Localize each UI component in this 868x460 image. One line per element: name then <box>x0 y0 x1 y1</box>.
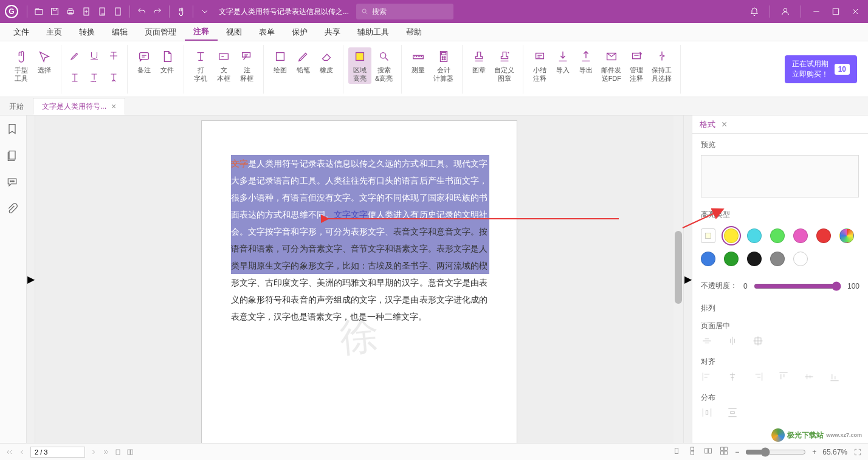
caret-icon[interactable] <box>105 69 122 86</box>
fullscreen-icon[interactable] <box>853 448 862 456</box>
highlight-icon[interactable] <box>66 47 83 64</box>
pencil-button[interactable]: 铅笔 <box>292 47 315 75</box>
color-white[interactable] <box>793 252 808 266</box>
last-page-icon[interactable] <box>102 448 109 456</box>
maximize-icon[interactable] <box>828 4 844 19</box>
zoom-slider[interactable] <box>745 447 806 457</box>
search-highlight-button[interactable]: 搜索&高亮 <box>371 47 396 84</box>
view-facing-cont-icon[interactable] <box>719 446 729 458</box>
canvas[interactable]: 文字是人类用符号记录表达信息以传之久远的方式和工具。现代文字大多是记录语言的工具… <box>35 115 683 443</box>
vertical-scrollbar[interactable] <box>673 115 683 443</box>
view-single-icon[interactable] <box>672 446 681 458</box>
color-cyan[interactable] <box>747 228 762 243</box>
note-button[interactable]: 备注 <box>133 47 156 75</box>
distribute-h-icon[interactable] <box>701 407 715 421</box>
callout-button[interactable]: 注释框 <box>235 47 258 84</box>
new-doc-icon[interactable] <box>78 4 94 19</box>
print-icon[interactable] <box>63 4 78 19</box>
strikethrough-t-icon[interactable] <box>105 47 122 64</box>
blank-page-icon[interactable] <box>110 4 126 19</box>
color-black[interactable] <box>747 252 762 266</box>
custom-color-icon[interactable] <box>701 228 715 243</box>
file-button[interactable]: 文件 <box>156 47 179 75</box>
menu-保护[interactable]: 保护 <box>283 23 316 41</box>
color-multi[interactable] <box>839 228 854 243</box>
select-button[interactable]: 选择 <box>33 47 56 75</box>
panel-close-icon[interactable]: × <box>722 119 727 130</box>
squiggly-icon[interactable] <box>86 69 103 86</box>
new-page-icon[interactable] <box>94 4 110 19</box>
first-page-icon[interactable] <box>6 448 13 456</box>
underline-icon[interactable] <box>86 47 103 64</box>
user-icon[interactable] <box>777 4 793 19</box>
custom-stamp-button[interactable]: 自定义图章 <box>491 47 518 84</box>
center-both-icon[interactable] <box>752 335 766 349</box>
align-center-h-icon[interactable] <box>726 371 741 385</box>
page-thumb2-icon[interactable] <box>126 448 134 456</box>
color-green[interactable] <box>770 228 785 243</box>
scroll-thumb[interactable] <box>675 231 682 304</box>
color-gray[interactable] <box>770 252 785 266</box>
right-expand-toggle[interactable]: ▶ <box>683 115 692 443</box>
left-expand-toggle[interactable]: ▶ <box>27 115 35 443</box>
menu-转换[interactable]: 转换 <box>71 23 103 41</box>
summary-button[interactable]: 小结注释 <box>528 47 551 84</box>
page-input[interactable] <box>30 447 85 458</box>
area-highlight-button[interactable]: 区域高亮 <box>348 47 371 84</box>
keep-tool-button[interactable]: 保持工具选择 <box>648 47 675 84</box>
email-fdf-button[interactable]: 邮件发送FDF <box>598 47 625 84</box>
menu-共享[interactable]: 共享 <box>316 23 349 41</box>
color-darkgreen[interactable] <box>724 252 739 266</box>
menu-编辑[interactable]: 编辑 <box>103 23 136 41</box>
distribute-v-icon[interactable] <box>726 407 741 421</box>
close-icon[interactable] <box>847 4 863 19</box>
dropdown-icon[interactable] <box>197 4 213 19</box>
comments-icon[interactable] <box>6 176 21 191</box>
save-icon[interactable] <box>47 4 63 19</box>
view-facing-icon[interactable] <box>703 446 713 458</box>
hand-tool-icon[interactable] <box>173 4 189 19</box>
measure-button[interactable]: 测量 <box>407 47 430 75</box>
tab-close-icon[interactable]: × <box>111 101 116 111</box>
stamp-button[interactable]: 图章 <box>467 47 491 75</box>
view-continuous-icon[interactable] <box>687 446 697 458</box>
color-blue[interactable] <box>701 252 715 266</box>
hand-tool-button[interactable]: 手型工具 <box>10 47 33 84</box>
tab-start[interactable]: 开始 <box>0 98 33 115</box>
bell-icon[interactable] <box>746 4 762 19</box>
color-red[interactable] <box>816 228 831 243</box>
trial-badge[interactable]: 正在试用期 立即购买！ 10 <box>785 55 857 83</box>
menu-帮助[interactable]: 帮助 <box>398 23 430 41</box>
menu-注释[interactable]: 注释 <box>185 23 218 41</box>
menu-页面管理[interactable]: 页面管理 <box>136 23 185 41</box>
search-input[interactable] <box>372 7 449 16</box>
color-magenta[interactable] <box>793 228 808 243</box>
tab-document[interactable]: 文字是人类用符号...× <box>33 98 125 115</box>
draw-button[interactable]: 绘图 <box>269 47 292 75</box>
typewriter-button[interactable]: 打字机 <box>189 47 212 84</box>
calculator-button[interactable]: 会计计算器 <box>430 47 457 84</box>
undo-icon[interactable] <box>134 4 150 19</box>
redo-icon[interactable] <box>150 4 165 19</box>
eraser-button[interactable]: 橡皮 <box>315 47 338 75</box>
import-button[interactable]: 导入 <box>551 47 574 75</box>
zoom-in-icon[interactable]: + <box>812 448 816 456</box>
menu-文件[interactable]: 文件 <box>5 23 38 41</box>
align-middle-icon[interactable] <box>803 371 818 385</box>
opacity-slider[interactable] <box>754 281 841 291</box>
textbox-button[interactable]: 文本框 <box>212 47 235 84</box>
zoom-out-icon[interactable]: − <box>735 448 739 456</box>
align-top-icon[interactable] <box>777 371 792 385</box>
menu-表单[interactable]: 表单 <box>250 23 283 41</box>
align-right-icon[interactable] <box>752 371 766 385</box>
menu-主页[interactable]: 主页 <box>38 23 71 41</box>
menu-视图[interactable]: 视图 <box>218 23 250 41</box>
export-button[interactable]: 导出 <box>574 47 598 75</box>
page-thumb-icon[interactable] <box>114 448 122 456</box>
strikethrough-icon[interactable] <box>66 69 83 86</box>
prev-page-icon[interactable] <box>18 448 26 456</box>
color-yellow[interactable] <box>724 228 739 243</box>
align-left-icon[interactable] <box>701 371 715 385</box>
next-page-icon[interactable] <box>90 448 97 456</box>
open-icon[interactable] <box>31 4 47 19</box>
